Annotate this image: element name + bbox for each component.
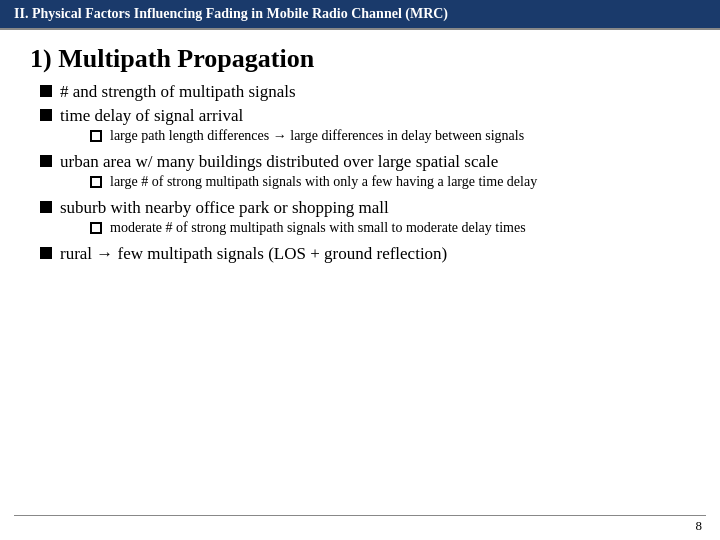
- open-square-bullet-icon: [90, 176, 102, 188]
- subitem-text: moderate # of strong multipath signals w…: [110, 220, 526, 236]
- sublist: large # of strong multipath signals with…: [60, 172, 537, 194]
- header-title: II. Physical Factors Influencing Fading …: [14, 6, 448, 21]
- open-square-bullet-icon: [90, 222, 102, 234]
- item-text: time delay of signal arrival: [60, 106, 243, 126]
- page-number: 8: [696, 518, 703, 534]
- list-item: large path length differences → large di…: [90, 128, 524, 144]
- subitem-text: large # of strong multipath signals with…: [110, 174, 537, 190]
- level2-list: large # of strong multipath signals with…: [90, 174, 537, 190]
- footer-divider: [14, 515, 706, 516]
- item-text: rural → few multipath signals (LOS + gro…: [60, 244, 447, 264]
- square-bullet-icon: [40, 201, 52, 213]
- sublist: large path length differences → large di…: [60, 126, 524, 148]
- list-item: urban area w/ many buildings distributed…: [40, 152, 700, 194]
- list-item: rural → few multipath signals (LOS + gro…: [40, 244, 700, 264]
- item-text: suburb with nearby office park or shoppi…: [60, 198, 389, 218]
- square-bullet-icon: [40, 155, 52, 167]
- main-list: # and strength of multipath signals time…: [40, 82, 700, 264]
- square-bullet-icon: [40, 247, 52, 259]
- sublist: moderate # of strong multipath signals w…: [60, 218, 526, 240]
- open-square-bullet-icon: [90, 130, 102, 142]
- level2-list: large path length differences → large di…: [90, 128, 524, 144]
- square-bullet-icon: [40, 85, 52, 97]
- slide-container: II. Physical Factors Influencing Fading …: [0, 0, 720, 540]
- main-title: 1) Multipath Propagation: [30, 44, 700, 74]
- list-item: time delay of signal arrival large path …: [40, 106, 700, 148]
- list-item: moderate # of strong multipath signals w…: [90, 220, 526, 236]
- level2-list: moderate # of strong multipath signals w…: [90, 220, 526, 236]
- list-item: large # of strong multipath signals with…: [90, 174, 537, 190]
- subitem-text: large path length differences → large di…: [110, 128, 524, 144]
- list-item: suburb with nearby office park or shoppi…: [40, 198, 700, 240]
- item-text: # and strength of multipath signals: [60, 82, 296, 102]
- list-item: # and strength of multipath signals: [40, 82, 700, 102]
- square-bullet-icon: [40, 109, 52, 121]
- slide-content: 1) Multipath Propagation # and strength …: [0, 30, 720, 278]
- item-text: urban area w/ many buildings distributed…: [60, 152, 498, 172]
- slide-header: II. Physical Factors Influencing Fading …: [0, 0, 720, 30]
